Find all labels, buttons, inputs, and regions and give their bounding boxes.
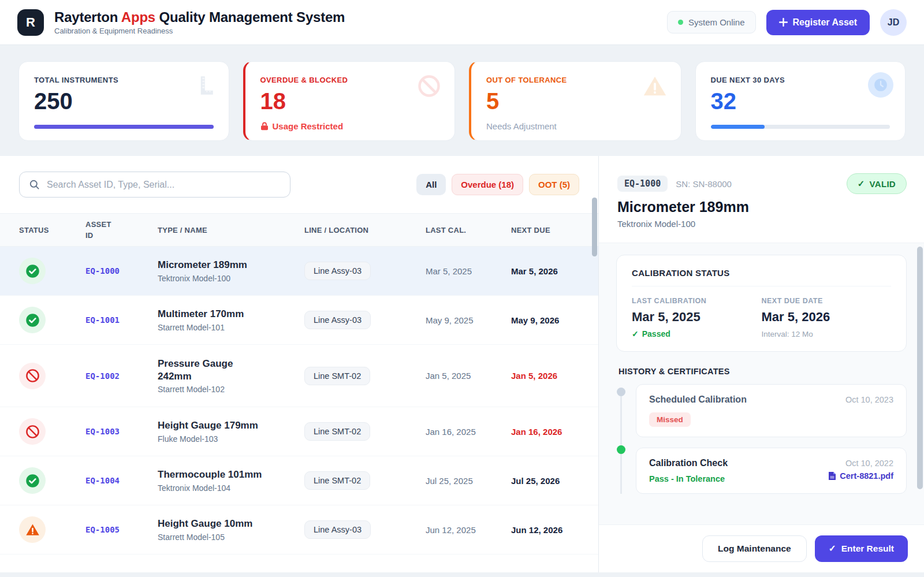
plus-icon <box>779 18 788 27</box>
page-subtitle: Calibration & Equipment Readiness <box>54 27 657 35</box>
calibration-heading: CALIBRATION STATUS <box>632 268 891 278</box>
table-row[interactable]: EQ-1002 Pressure Gauge 242mm Starrett Mo… <box>0 345 598 407</box>
system-status-badge: System Online <box>667 11 756 33</box>
clock-icon <box>868 72 893 98</box>
pdf-file-icon <box>828 471 836 481</box>
history-item-date: Oct 10, 2022 <box>845 459 893 468</box>
status-warning-icon <box>19 516 46 543</box>
asset-id[interactable]: EQ-1000 <box>85 266 158 276</box>
asset-name: Height Gauge 179mm <box>158 419 304 432</box>
stat-card-total-instruments: TOTAL INSTRUMENTS 250 <box>18 61 229 141</box>
needs-adjustment-note: Needs Adjustment <box>486 121 666 131</box>
status-ok-icon <box>19 467 46 494</box>
last-cal-date: Jun 12, 2025 <box>426 525 511 535</box>
filter-pills: All Overdue (18) OOT (5) <box>416 174 579 195</box>
col-asset-id: ASSET ID <box>85 219 118 241</box>
asset-id[interactable]: EQ-1003 <box>85 427 158 436</box>
history-heading: HISTORY & CERTIFICATES <box>619 367 907 376</box>
status-blocked-icon <box>19 418 46 445</box>
list-scrollbar[interactable] <box>592 198 597 256</box>
stat-card-overdue-blocked: OVERDUE & BLOCKED 18 Usage Restricted <box>243 61 456 141</box>
user-avatar[interactable]: JD <box>880 9 907 36</box>
asset-id[interactable]: EQ-1004 <box>85 476 158 485</box>
due-progress-track <box>711 125 891 129</box>
location-pill: Line Assy-03 <box>304 311 371 329</box>
search-input[interactable] <box>47 180 281 190</box>
status-ok-icon <box>19 307 46 333</box>
table-row[interactable]: EQ-1003 Height Gauge 179mm Fluke Model-1… <box>0 407 598 456</box>
asset-model: Starrett Model-102 <box>158 385 304 394</box>
interval-note: Interval: 12 Mo <box>762 330 892 338</box>
lock-icon <box>260 122 269 131</box>
calibration-status-card: CALIBRATION STATUS LAST CALIBRATION Mar … <box>616 255 907 352</box>
asset-name: Multimeter 170mm <box>158 308 304 321</box>
next-due-date: Mar 5, 2026 <box>511 266 590 276</box>
history-item-title: Scheduled Calibration <box>649 394 747 405</box>
usage-restricted-note: Usage Restricted <box>260 121 440 131</box>
asset-model: Tektronix Model-104 <box>158 483 304 493</box>
stats-row: TOTAL INSTRUMENTS 250 OVERDUE & BLOCKED … <box>0 45 924 156</box>
check-icon <box>829 544 836 554</box>
valid-status-badge: VALID <box>847 173 907 194</box>
asset-id[interactable]: EQ-1001 <box>85 315 158 325</box>
search-icon <box>29 179 40 190</box>
logo-letter: R <box>26 15 35 30</box>
last-calibration-block: LAST CALIBRATION Mar 5, 2025 Passed <box>632 297 762 338</box>
detail-asset-id-chip: EQ-1000 <box>617 176 668 192</box>
stat-value: 250 <box>34 89 214 113</box>
divider <box>632 286 891 286</box>
detail-model: Tektronix Model-100 <box>617 219 904 229</box>
location-pill: Line Assy-03 <box>304 262 371 280</box>
detail-footer: Log Maintenance Enter Result <box>599 524 924 572</box>
filter-overdue-button[interactable]: Overdue (18) <box>452 174 523 195</box>
detail-scrollbar[interactable] <box>917 247 923 489</box>
asset-name: Micrometer 189mm <box>158 259 304 271</box>
detail-body: CALIBRATION STATUS LAST CALIBRATION Mar … <box>599 243 924 524</box>
history-item-title: Calibration Check <box>649 458 728 468</box>
col-line-location: LINE / LOCATION <box>304 226 426 234</box>
history-item: Scheduled Calibration Oct 10, 2023 Misse… <box>636 384 907 437</box>
table-row[interactable]: EQ-1005 Height Gauge 10mm Starrett Model… <box>0 505 598 554</box>
asset-model: Starrett Model-101 <box>158 323 304 332</box>
asset-detail-panel: EQ-1000 SN: SN-88000 VALID Micrometer 18… <box>599 156 924 572</box>
table-row[interactable]: EQ-1000 Micrometer 189mm Tektronix Model… <box>0 247 598 296</box>
main-content: All Overdue (18) OOT (5) STATUS ASSET ID… <box>0 156 924 572</box>
asset-name: Height Gauge 10mm <box>158 518 304 530</box>
stat-label: OVERDUE & BLOCKED <box>260 76 440 84</box>
enter-result-button[interactable]: Enter Result <box>815 535 908 562</box>
detail-title: Micrometer 189mm <box>617 199 904 215</box>
pass-result: Pass - In Tolerance <box>649 474 725 483</box>
filter-all-button[interactable]: All <box>416 174 446 195</box>
filter-oot-button[interactable]: OOT (5) <box>529 174 579 195</box>
asset-id[interactable]: EQ-1005 <box>85 525 158 534</box>
asset-name: Pressure Gauge 242mm <box>158 358 241 383</box>
search-box[interactable] <box>19 172 290 198</box>
next-due-block: NEXT DUE DATE Mar 5, 2026 Interval: 12 M… <box>762 297 892 338</box>
asset-id[interactable]: EQ-1002 <box>85 371 158 381</box>
table-row[interactable]: EQ-1004 Thermocouple 101mm Tektronix Mod… <box>0 456 598 505</box>
asset-model: Fluke Model-103 <box>158 434 304 444</box>
timeline-dot-green <box>617 445 625 454</box>
register-asset-button[interactable]: Register Asset <box>766 10 870 35</box>
certificate-link[interactable]: Cert-8821.pdf <box>828 471 893 481</box>
detail-header: EQ-1000 SN: SN-88000 VALID Micrometer 18… <box>599 156 924 243</box>
online-dot-icon <box>678 20 683 25</box>
stat-card-out-of-tolerance: OUT OF TOLERANCE 5 Needs Adjustment <box>469 61 681 141</box>
detail-serial: SN: SN-88000 <box>676 179 732 189</box>
stat-card-due-next-30: DUE NEXT 30 DAYS 32 <box>695 61 906 141</box>
history-item-date: Oct 10, 2023 <box>845 395 893 404</box>
last-cal-date: Jan 5, 2025 <box>426 371 511 381</box>
last-cal-date: Mar 5, 2025 <box>426 266 511 276</box>
next-due-date: Jan 5, 2026 <box>511 371 590 381</box>
due-progress-fill <box>711 125 765 129</box>
col-next-due: NEXT DUE <box>511 226 590 234</box>
history-timeline: Scheduled Calibration Oct 10, 2023 Misse… <box>616 384 907 494</box>
app-header: R Rayterton Apps Quality Management Syst… <box>0 0 924 45</box>
log-maintenance-button[interactable]: Log Maintenance <box>702 535 807 562</box>
ban-icon-faint <box>416 73 442 99</box>
total-progress-bar <box>34 125 214 129</box>
table-row[interactable]: EQ-1001 Multimeter 170mm Starrett Model-… <box>0 296 598 345</box>
last-cal-date: Jul 25, 2025 <box>426 476 511 486</box>
history-item: Calibration Check Oct 10, 2022 Pass - In… <box>636 448 907 494</box>
ruler-icon <box>192 73 216 98</box>
